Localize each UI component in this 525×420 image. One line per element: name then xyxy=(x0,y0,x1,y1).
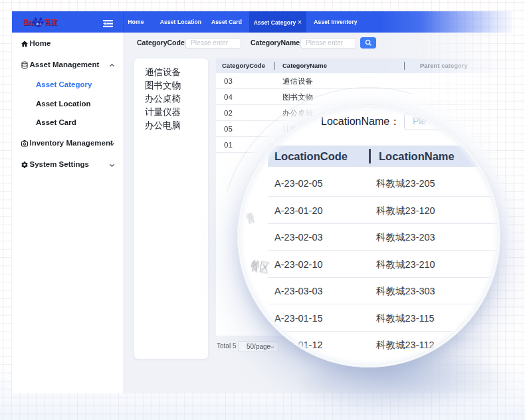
svg-text:du: du xyxy=(36,21,41,26)
